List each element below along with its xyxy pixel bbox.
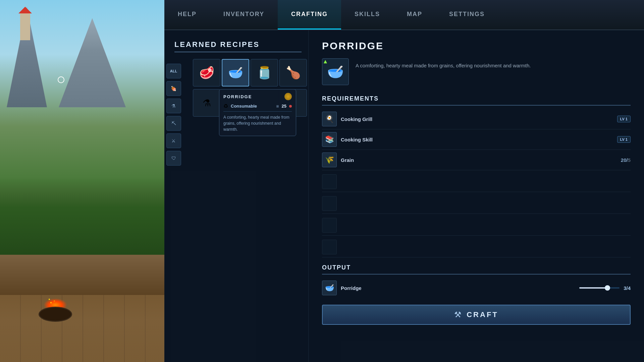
tooltip-gold-coin	[284, 93, 292, 100]
empty-slot-2	[322, 196, 337, 211]
game-background	[0, 0, 164, 362]
slider-fill	[579, 287, 607, 289]
cooking-skill-name: Cooking Skill	[341, 137, 613, 142]
nav-crafting[interactable]: CRAFTING	[278, 0, 341, 29]
cooking-grill-icon: 🍳	[322, 112, 337, 126]
req-grain: 🌾 Grain 20/5	[322, 150, 631, 170]
req-empty-1	[322, 172, 631, 192]
fire-pit	[34, 295, 77, 322]
empty-slot-4	[322, 240, 337, 254]
detail-desc-row: 🥣 A comforting, hearty meal made from gr…	[322, 58, 631, 85]
tooltip-type-row: ♻ Consumable ≡ 25	[223, 103, 292, 112]
top-nav: HELP INVENTORY CRAFTING SKILLS MAP SETTI…	[164, 0, 644, 30]
cooking-grill-name: Cooking Grill	[341, 116, 613, 122]
detail-porridge-icon: 🥣	[327, 64, 344, 80]
req-cooking-grill: 🍳 Cooking Grill LV 1	[322, 109, 631, 129]
craft-button[interactable]: ⚒ CRAFT	[322, 305, 631, 325]
quantity-current: 3	[624, 285, 626, 291]
spark2	[54, 300, 55, 302]
category-armor[interactable]: 🛡	[166, 151, 181, 166]
mountain-left	[0, 7, 60, 107]
grain-current: 20	[621, 157, 627, 163]
req-cooking-skill: 📚 Cooking Skill LV 1	[322, 129, 631, 150]
nav-map[interactable]: MAP	[393, 0, 436, 29]
detail-title: PORRIDGE	[322, 40, 631, 52]
spark3	[49, 299, 50, 300]
recipe-item-stew[interactable]: 🫙	[251, 59, 278, 86]
quantity-slider[interactable]: 3/4	[579, 285, 631, 291]
nav-settings[interactable]: SETTINGS	[436, 0, 498, 29]
grain-icon: 🌾	[322, 153, 337, 167]
recipe-item-mortar[interactable]: ⚗	[193, 89, 220, 117]
bacon-icon: 🥩	[199, 66, 214, 80]
grain-name: Grain	[341, 157, 617, 163]
output-item-row: 🥣 Porridge 3/4	[322, 278, 631, 298]
mountain-right	[50, 13, 134, 107]
output-item-name: Porridge	[341, 285, 575, 291]
recipe-grid-row1: 🥩 🥣 PORRIDGE ♻ Co	[193, 59, 302, 86]
craft-label: CRAFT	[467, 310, 498, 319]
grain-count: 20/5	[621, 157, 631, 163]
empty-slot-1	[322, 174, 337, 189]
recipe-item-bacon[interactable]: 🥩	[193, 59, 220, 86]
consumable-icon: ♻	[223, 103, 228, 109]
spark1	[50, 302, 52, 303]
tooltip-level: 25	[282, 104, 286, 109]
wooden-deck	[0, 295, 164, 362]
category-food[interactable]: 🍖	[166, 81, 181, 96]
detail-panel: PORRIDGE 🥣 A comforting, hearty meal mad…	[309, 30, 644, 362]
category-all[interactable]: ALL	[166, 64, 181, 78]
slider-thumb[interactable]	[605, 285, 610, 291]
quantity-display: 3/4	[624, 285, 631, 291]
tools-icon: ⛏	[171, 121, 176, 126]
recipe-item-roasted-meat[interactable]: 🍗	[279, 59, 307, 86]
requirements-section: REQUIREMENTS 🍳 Cooking Grill LV 1 📚 Cook…	[322, 95, 631, 257]
fire-pit-base	[39, 307, 72, 322]
nav-inventory[interactable]: INVENTORY	[210, 0, 278, 29]
output-section: OUTPUT 🥣 Porridge 3/4	[322, 264, 631, 325]
layers-icon: ≡	[276, 104, 279, 109]
category-tools[interactable]: ⛏	[166, 116, 181, 131]
ui-panel: HELP INVENTORY CRAFTING SKILLS MAP SETTI…	[164, 0, 644, 362]
output-title: OUTPUT	[322, 264, 631, 275]
nav-skills[interactable]: SKILLS	[341, 0, 393, 29]
req-empty-4	[322, 237, 631, 257]
slider-track[interactable]	[579, 287, 620, 289]
armor-icon: 🛡	[171, 156, 176, 161]
nav-help[interactable]: HELP	[164, 0, 210, 29]
category-sidebar: ALL 🍖 ⚗ ⛏ ⚔ 🛡	[164, 60, 183, 166]
mortar-icon: ⚗	[203, 98, 211, 109]
tooltip-status-dot	[289, 105, 292, 108]
recipes-title: LEARNED RECIPES	[174, 40, 302, 52]
category-weapons[interactable]: ⚔	[166, 133, 181, 148]
category-potions[interactable]: ⚗	[166, 99, 181, 113]
roasted-meat-icon: 🍗	[286, 66, 301, 80]
porridge-icon: 🥣	[228, 66, 243, 80]
tooltip-header: PORRIDGE	[223, 93, 292, 100]
potion-icon: ⚗	[171, 103, 176, 109]
lighthouse	[20, 13, 30, 40]
req-empty-3	[322, 215, 631, 236]
grain-needed: 5	[628, 157, 631, 163]
output-porridge-icon: 🥣	[325, 284, 334, 292]
cooking-skill-icon: 📚	[322, 132, 337, 147]
requirements-title: REQUIREMENTS	[322, 95, 631, 106]
recipe-panel: LEARNED RECIPES ALL 🍖 ⚗ ⛏ ⚔	[164, 30, 309, 362]
tooltip-type-label: Consumable	[231, 104, 257, 109]
cooking-grill-level: LV 1	[617, 116, 631, 122]
weapons-icon: ⚔	[171, 138, 176, 143]
recipe-tooltip: PORRIDGE ♻ Consumable ≡ 25 A comforting,…	[219, 89, 296, 136]
req-empty-2	[322, 193, 631, 214]
output-item-icon: 🥣	[322, 281, 337, 295]
recipe-grid-area: 🥩 🥣 PORRIDGE ♻ Co	[193, 59, 302, 117]
quantity-max: 4	[628, 285, 631, 291]
craft-icon: ⚒	[454, 310, 462, 319]
recipe-item-porridge[interactable]: 🥣 PORRIDGE ♻ Consumable ≡ 25	[222, 59, 249, 86]
detail-item-icon: 🥣	[322, 58, 349, 85]
content-area: LEARNED RECIPES ALL 🍖 ⚗ ⛏ ⚔	[164, 30, 644, 362]
tooltip-title: PORRIDGE	[223, 94, 252, 99]
detail-description: A comforting, hearty meal made from grai…	[356, 58, 531, 70]
empty-slot-3	[322, 218, 337, 233]
food-icon: 🍖	[171, 86, 176, 91]
tooltip-description: A comforting, hearty meal made from grai…	[223, 114, 292, 132]
